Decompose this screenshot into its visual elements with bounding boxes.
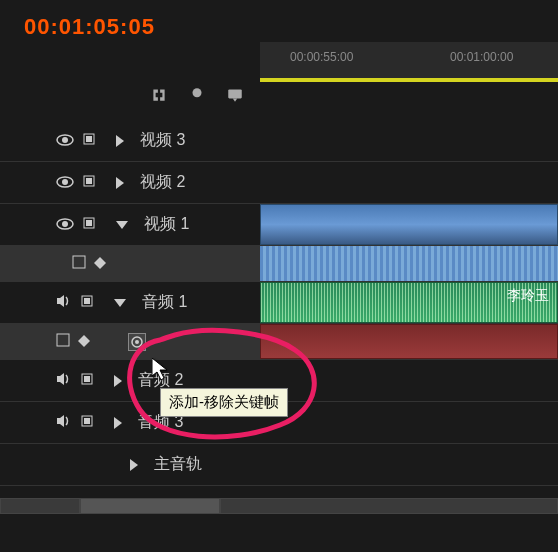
track-video-2[interactable]: 视频 2 bbox=[0, 162, 558, 204]
track-content[interactable] bbox=[260, 162, 558, 203]
lock-icon[interactable] bbox=[82, 174, 96, 192]
timeline-scrollbar[interactable] bbox=[0, 498, 558, 514]
track-label: 主音轨 bbox=[154, 454, 202, 475]
eye-icon[interactable] bbox=[56, 174, 74, 192]
svg-point-11 bbox=[62, 221, 68, 227]
svg-point-0 bbox=[193, 88, 202, 97]
audio-clip[interactable]: 李玲玉 bbox=[260, 282, 558, 323]
tracks-panel: 视频 3 视频 2 视频 1 bbox=[0, 120, 558, 486]
keyframe-diamond-icon[interactable] bbox=[94, 255, 106, 273]
eye-icon[interactable] bbox=[56, 132, 74, 150]
speaker-icon[interactable] bbox=[56, 294, 72, 312]
timeline-toolbar bbox=[150, 86, 244, 104]
collapse-icon[interactable] bbox=[116, 221, 128, 229]
track-label: 视频 3 bbox=[140, 130, 185, 151]
track-label: 音频 1 bbox=[142, 292, 187, 313]
ruler-playhead-range bbox=[260, 78, 558, 82]
expand-icon[interactable] bbox=[114, 417, 122, 429]
eye-icon[interactable] bbox=[56, 216, 74, 234]
keyframe-diamond-icon[interactable] bbox=[78, 333, 90, 351]
track-content[interactable]: 李玲玉 bbox=[260, 282, 558, 323]
expand-icon[interactable] bbox=[114, 375, 122, 387]
video-clip-strip[interactable] bbox=[260, 246, 558, 281]
track-label: 视频 1 bbox=[144, 214, 189, 235]
current-timecode: 00:01:05:05 bbox=[0, 0, 558, 40]
lock-icon[interactable] bbox=[80, 372, 94, 390]
audio-clip-envelope[interactable] bbox=[260, 324, 558, 359]
svg-rect-14 bbox=[73, 256, 85, 268]
track-content[interactable] bbox=[260, 324, 558, 359]
ruler-tick: 00:00:55:00 bbox=[290, 50, 353, 64]
track-content[interactable] bbox=[260, 444, 558, 485]
svg-point-7 bbox=[62, 179, 68, 185]
svg-rect-16 bbox=[84, 298, 90, 304]
speaker-icon[interactable] bbox=[56, 372, 72, 390]
marker-icon[interactable] bbox=[188, 86, 206, 104]
track-content[interactable] bbox=[260, 402, 558, 443]
svg-rect-13 bbox=[86, 220, 92, 226]
track-audio-1-sub[interactable] bbox=[0, 324, 558, 360]
track-video-1-sub[interactable] bbox=[0, 246, 558, 282]
fx-icon[interactable] bbox=[72, 255, 86, 273]
svg-rect-5 bbox=[86, 136, 92, 142]
scroll-track[interactable] bbox=[220, 498, 558, 514]
track-content[interactable] bbox=[260, 360, 558, 401]
svg-rect-23 bbox=[84, 418, 90, 424]
mouse-cursor-icon bbox=[152, 358, 172, 388]
lock-icon[interactable] bbox=[82, 216, 96, 234]
expand-icon[interactable] bbox=[130, 459, 138, 471]
svg-point-19 bbox=[135, 340, 139, 344]
speaker-icon[interactable] bbox=[56, 414, 72, 432]
track-video-1[interactable]: 视频 1 bbox=[0, 204, 558, 246]
comment-icon[interactable] bbox=[226, 86, 244, 104]
keyframe-tooltip: 添加-移除关键帧 bbox=[160, 388, 288, 417]
expand-icon[interactable] bbox=[116, 135, 124, 147]
expand-icon[interactable] bbox=[116, 177, 124, 189]
scroll-left-button[interactable] bbox=[0, 498, 80, 514]
lock-icon[interactable] bbox=[82, 132, 96, 150]
ruler-tick: 00:01:00:00 bbox=[450, 50, 513, 64]
svg-rect-1 bbox=[228, 89, 242, 98]
timeline-ruler[interactable]: 00:00:55:00 00:01:00:00 bbox=[260, 42, 558, 82]
lock-icon[interactable] bbox=[80, 294, 94, 312]
add-remove-keyframe-button[interactable] bbox=[128, 333, 146, 351]
clip-label: 李玲玉 bbox=[507, 287, 549, 305]
svg-rect-17 bbox=[57, 334, 69, 346]
track-content[interactable] bbox=[260, 246, 558, 281]
track-content[interactable] bbox=[260, 204, 558, 245]
svg-rect-9 bbox=[86, 178, 92, 184]
video-clip[interactable] bbox=[260, 204, 558, 245]
svg-point-3 bbox=[62, 137, 68, 143]
fx-icon[interactable] bbox=[56, 333, 70, 351]
scroll-thumb[interactable] bbox=[80, 498, 220, 514]
snap-icon[interactable] bbox=[150, 86, 168, 104]
track-video-3[interactable]: 视频 3 bbox=[0, 120, 558, 162]
lock-icon[interactable] bbox=[80, 414, 94, 432]
track-audio-1[interactable]: 音频 1 李玲玉 bbox=[0, 282, 558, 324]
track-label: 视频 2 bbox=[140, 172, 185, 193]
track-content[interactable] bbox=[260, 120, 558, 161]
collapse-icon[interactable] bbox=[114, 299, 126, 307]
track-master-audio[interactable]: 主音轨 bbox=[0, 444, 558, 486]
svg-rect-21 bbox=[84, 376, 90, 382]
